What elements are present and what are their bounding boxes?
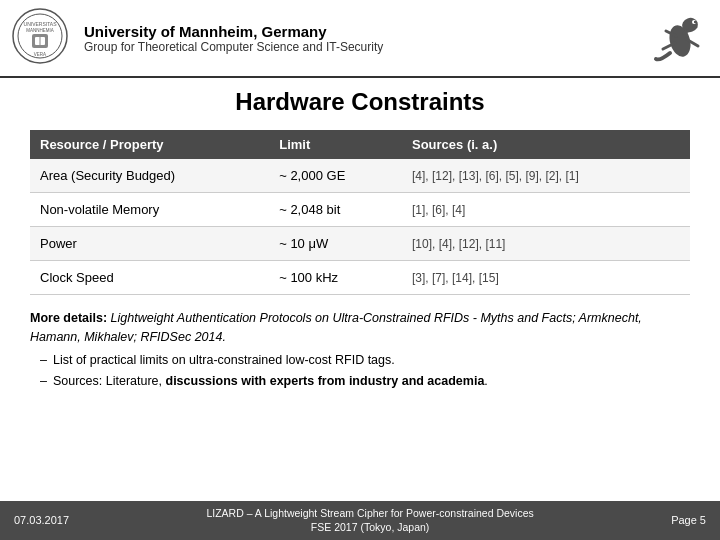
university-logo: UNIVERSITAS MANNHEMIA VERA bbox=[12, 8, 72, 68]
cell-limit: ~ 100 kHz bbox=[269, 261, 402, 295]
svg-text:VERA: VERA bbox=[34, 52, 46, 57]
main-content: Hardware Constraints Resource / Property… bbox=[0, 78, 720, 402]
list-item-text: Sources: Literature, discussions with ex… bbox=[53, 372, 488, 391]
table-row: Clock Speed~ 100 kHz[3], [7], [14], [15] bbox=[30, 261, 690, 295]
cell-property: Area (Security Budged) bbox=[30, 159, 269, 193]
page-title: Hardware Constraints bbox=[30, 88, 690, 116]
svg-text:MANNHEMIA: MANNHEMIA bbox=[26, 28, 54, 33]
details-section: More details: Lightweight Authentication… bbox=[30, 309, 690, 392]
cell-property: Non-volatile Memory bbox=[30, 193, 269, 227]
cell-limit: ~ 10 μW bbox=[269, 227, 402, 261]
details-list: –List of practical limits on ultra-const… bbox=[40, 351, 690, 392]
mascot-image bbox=[648, 11, 708, 66]
col-property: Resource / Property bbox=[30, 130, 269, 159]
list-dash: – bbox=[40, 351, 47, 370]
group-name: Group for Theoretical Computer Science a… bbox=[84, 40, 648, 54]
cell-sources: [10], [4], [12], [11] bbox=[402, 227, 690, 261]
col-sources: Sources (i. a.) bbox=[402, 130, 690, 159]
details-main-line: More details: Lightweight Authentication… bbox=[30, 309, 690, 348]
cell-limit: ~ 2,000 GE bbox=[269, 159, 402, 193]
cell-sources: [3], [7], [14], [15] bbox=[402, 261, 690, 295]
table-row: Non-volatile Memory~ 2,048 bit[1], [6], … bbox=[30, 193, 690, 227]
header: UNIVERSITAS MANNHEMIA VERA University of… bbox=[0, 0, 720, 78]
list-item-text: List of practical limits on ultra-constr… bbox=[53, 351, 395, 370]
table-body: Area (Security Budged)~ 2,000 GE[4], [12… bbox=[30, 159, 690, 295]
table-header-row: Resource / Property Limit Sources (i. a.… bbox=[30, 130, 690, 159]
footer-center: LIZARD – A Lightweight Stream Cipher for… bbox=[206, 506, 533, 535]
table-row: Area (Security Budged)~ 2,000 GE[4], [12… bbox=[30, 159, 690, 193]
footer-date: 07.03.2017 bbox=[14, 514, 69, 526]
svg-point-11 bbox=[694, 21, 696, 23]
cell-property: Clock Speed bbox=[30, 261, 269, 295]
footer-line1: LIZARD – A Lightweight Stream Cipher for… bbox=[206, 506, 533, 521]
cell-sources: [4], [12], [13], [6], [5], [9], [2], [1] bbox=[402, 159, 690, 193]
constraints-table: Resource / Property Limit Sources (i. a.… bbox=[30, 130, 690, 295]
col-limit: Limit bbox=[269, 130, 402, 159]
details-italic-text: Lightweight Authentication Protocols on … bbox=[30, 311, 642, 344]
cell-sources: [1], [6], [4] bbox=[402, 193, 690, 227]
university-name: University of Mannheim, Germany bbox=[84, 23, 648, 40]
list-dash: – bbox=[40, 372, 47, 391]
footer-page: Page 5 bbox=[671, 514, 706, 526]
header-text-block: University of Mannheim, Germany Group fo… bbox=[84, 23, 648, 54]
table-header: Resource / Property Limit Sources (i. a.… bbox=[30, 130, 690, 159]
details-list-item: –Sources: Literature, discussions with e… bbox=[40, 372, 690, 391]
cell-property: Power bbox=[30, 227, 269, 261]
details-bold-label: More details: bbox=[30, 311, 107, 325]
footer: 07.03.2017 LIZARD – A Lightweight Stream… bbox=[0, 501, 720, 540]
table-row: Power~ 10 μW[10], [4], [12], [11] bbox=[30, 227, 690, 261]
svg-text:UNIVERSITAS: UNIVERSITAS bbox=[24, 21, 58, 27]
details-list-item: –List of practical limits on ultra-const… bbox=[40, 351, 690, 370]
footer-line2: FSE 2017 (Tokyo, Japan) bbox=[206, 520, 533, 535]
cell-limit: ~ 2,048 bit bbox=[269, 193, 402, 227]
